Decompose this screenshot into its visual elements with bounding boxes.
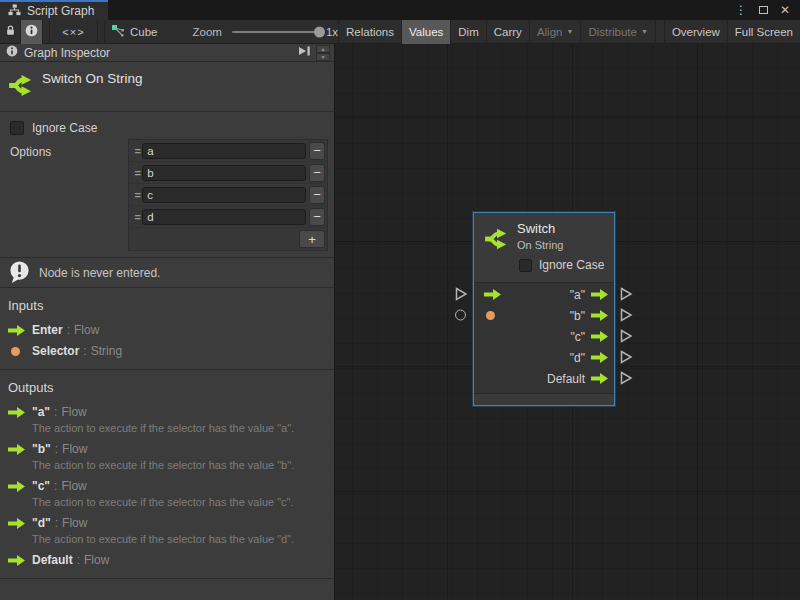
port-separator: :	[67, 323, 70, 337]
node-port-row: Default	[474, 368, 614, 389]
inputs-title: Inputs	[0, 294, 334, 319]
option-row: = −	[129, 184, 327, 206]
maximize-icon[interactable]	[754, 1, 772, 19]
node-ports: "a" "b" "c" "d" Default	[474, 284, 614, 389]
port-description: The action to execute if the selector ha…	[0, 533, 334, 549]
flow-arrow-icon	[8, 555, 32, 566]
switch-node-icon	[8, 72, 35, 102]
string-port-icon	[8, 347, 32, 356]
drag-handle-icon[interactable]: =	[133, 167, 142, 179]
option-row: = −	[129, 206, 327, 228]
kebab-menu-icon[interactable]: ⋮	[732, 1, 750, 19]
output-b-connector[interactable]	[619, 308, 633, 322]
dock-panel-icon[interactable]	[297, 45, 312, 60]
graph-target-button[interactable]: Cube	[105, 20, 165, 44]
option-input-3[interactable]	[142, 209, 306, 225]
port-type: Flow	[62, 516, 87, 530]
scroll-down-icon[interactable]: ▼	[316, 53, 330, 61]
output-default-icon[interactable]	[591, 373, 608, 384]
zoom-slider[interactable]	[232, 31, 320, 33]
lock-button[interactable]	[0, 20, 21, 44]
port-name: Enter	[32, 323, 63, 337]
port-type: Flow	[74, 323, 99, 337]
align-button[interactable]: Align▼	[530, 20, 582, 44]
flow-arrow-icon	[8, 481, 32, 492]
close-icon[interactable]: ✕	[776, 1, 794, 19]
output-b-icon[interactable]	[591, 310, 608, 321]
script-graph-icon	[8, 4, 21, 19]
port-description: The action to execute if the selector ha…	[0, 422, 334, 438]
remove-option-button[interactable]: −	[309, 164, 325, 182]
node-header[interactable]: Switch On String Ignore Case	[474, 213, 614, 283]
options-footer: +	[129, 228, 327, 250]
port-label: "a"	[570, 288, 585, 302]
port-name: "a"	[32, 405, 50, 419]
values-button[interactable]: Values	[402, 20, 451, 44]
selector-port-connector[interactable]	[455, 310, 466, 321]
remove-option-button[interactable]: −	[309, 142, 325, 160]
zoom-label: Zoom	[192, 26, 221, 38]
output-d-icon[interactable]	[591, 352, 608, 363]
relations-button[interactable]: Relations	[338, 20, 402, 44]
info-icon	[6, 45, 18, 60]
node-ignore-case-checkbox[interactable]	[519, 259, 532, 272]
option-row: = −	[129, 140, 327, 162]
ignore-case-checkbox[interactable]	[10, 121, 24, 135]
tab-script-graph[interactable]: Script Graph	[0, 0, 108, 20]
output-port-c: "c" : Flow	[0, 475, 334, 496]
add-option-button[interactable]: +	[299, 230, 325, 248]
inspector-toggle-button[interactable]	[21, 20, 42, 44]
distribute-button[interactable]: Distribute▼	[581, 20, 656, 44]
zoom-slider-handle[interactable]	[314, 26, 325, 37]
graph-canvas[interactable]: Switch On String Ignore Case "a" "b"	[335, 44, 800, 600]
output-c-connector[interactable]	[619, 329, 633, 343]
selector-port-icon[interactable]	[486, 311, 495, 320]
drag-handle-icon[interactable]: =	[133, 145, 142, 157]
overview-button[interactable]: Overview	[664, 20, 728, 44]
node-port-row: "d"	[474, 347, 614, 368]
enter-port-icon[interactable]	[484, 289, 501, 300]
outputs-section: Outputs "a" : Flow The action to execute…	[0, 370, 334, 579]
flow-arrow-icon	[8, 518, 32, 529]
option-input-0[interactable]	[142, 143, 306, 159]
port-separator: :	[83, 344, 86, 358]
tab-strip: Script Graph ⋮ ✕	[0, 0, 800, 20]
input-port-selector: Selector : String	[0, 340, 334, 361]
drag-handle-icon[interactable]: =	[133, 189, 142, 201]
code-preview-button[interactable]: <×>	[50, 20, 99, 44]
port-type: Flow	[62, 442, 87, 456]
option-input-2[interactable]	[142, 187, 306, 203]
output-a-connector[interactable]	[619, 287, 633, 301]
port-type: Flow	[61, 479, 86, 493]
zoom-control: Zoom 1x	[192, 26, 338, 38]
graph-inspector-panel: Graph Inspector ▲ ▼ Switch On String	[0, 44, 335, 600]
remove-option-button[interactable]: −	[309, 208, 325, 226]
switch-on-string-node[interactable]: Switch On String Ignore Case "a" "b"	[473, 212, 615, 406]
remove-option-button[interactable]: −	[309, 186, 325, 204]
node-port-row: "b"	[474, 305, 614, 326]
port-label: Default	[547, 372, 585, 386]
enter-port-connector[interactable]	[454, 287, 468, 301]
warning-text: Node is never entered.	[39, 266, 160, 280]
dim-button[interactable]: Dim	[451, 20, 486, 44]
option-input-1[interactable]	[142, 165, 306, 181]
output-default-connector[interactable]	[619, 371, 633, 385]
port-description: The action to execute if the selector ha…	[0, 459, 334, 475]
port-separator: :	[77, 553, 80, 567]
node-footer	[474, 393, 614, 405]
port-type: Flow	[84, 553, 109, 567]
fullscreen-button[interactable]: Full Screen	[728, 20, 800, 44]
drag-handle-icon[interactable]: =	[133, 211, 142, 223]
graph-target-label: Cube	[130, 26, 158, 38]
output-a-icon[interactable]	[591, 289, 608, 300]
chevron-down-icon: ▼	[566, 28, 573, 35]
carry-button[interactable]: Carry	[487, 20, 530, 44]
output-c-icon[interactable]	[591, 331, 608, 342]
scroll-up-icon[interactable]: ▲	[316, 45, 330, 53]
inspector-title: Graph Inspector	[24, 46, 110, 60]
node-port-row: "a"	[474, 284, 614, 305]
node-subtitle: On String	[517, 239, 563, 251]
options-label: Options	[10, 145, 51, 159]
lock-icon	[4, 24, 17, 39]
output-d-connector[interactable]	[619, 350, 633, 364]
